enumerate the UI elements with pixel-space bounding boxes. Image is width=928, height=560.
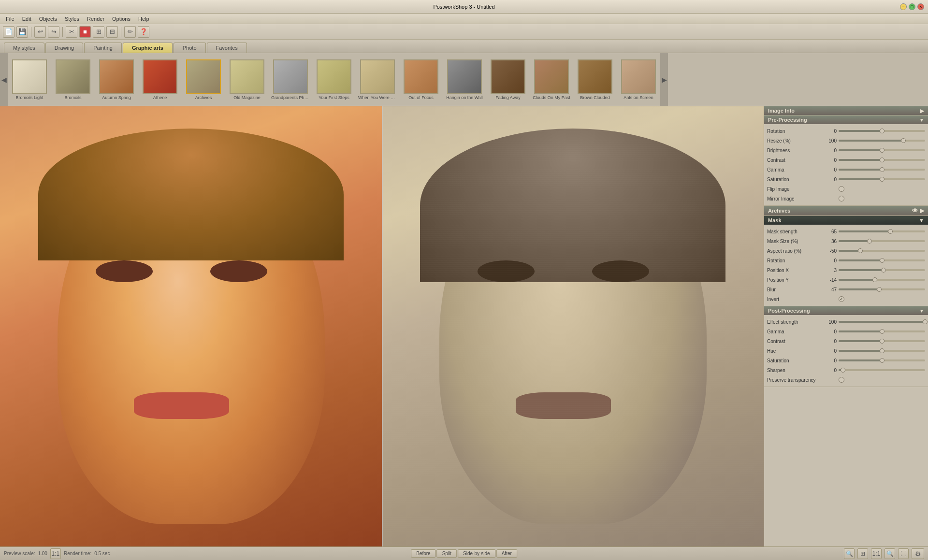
param-effect-strength-slider[interactable] <box>839 321 925 323</box>
param-resize-value: 100 <box>820 138 839 144</box>
style-old-magazine[interactable]: Old Magazine <box>225 57 269 102</box>
zoom-in-button[interactable]: 🔍 <box>884 548 895 559</box>
param-saturation-pre-slider[interactable] <box>839 178 925 180</box>
zoom-100-button[interactable]: 1:1 <box>871 548 882 559</box>
undo-button[interactable]: ↩ <box>34 26 46 38</box>
archives-section: Archives 👁 ▶ <box>764 206 928 216</box>
menu-help[interactable]: Help <box>134 15 153 23</box>
settings-button[interactable]: ⚙ <box>912 548 924 559</box>
help-button[interactable]: ❓ <box>138 26 149 38</box>
archives-expand-icon[interactable]: ▶ <box>920 207 924 214</box>
archives-header[interactable]: Archives 👁 ▶ <box>764 206 928 215</box>
image-info-header[interactable]: Image Info ▶ <box>764 106 928 115</box>
param-contrast-post-slider[interactable] <box>839 340 925 342</box>
param-position-x-slider[interactable] <box>839 269 925 271</box>
fit-button[interactable]: ⊞ <box>857 548 868 559</box>
style-athene[interactable]: Athene <box>138 57 182 102</box>
style-archives[interactable]: Archives <box>182 57 225 102</box>
tab-drawing[interactable]: Drawing <box>45 43 83 53</box>
ratio-1to1-button[interactable]: 1:1 <box>50 548 61 559</box>
split-line-handle[interactable] <box>382 106 383 546</box>
view-after-button[interactable]: After <box>496 549 517 558</box>
param-brightness-slider[interactable] <box>839 149 925 151</box>
style-autumn-spring[interactable]: Autumn Spring <box>95 57 138 102</box>
view-side-by-side-button[interactable]: Side-by-side <box>458 549 495 558</box>
param-gamma-post-label: Gamma <box>767 329 820 334</box>
tab-my-styles[interactable]: My styles <box>4 43 44 53</box>
fullscreen-button[interactable]: ⛶ <box>898 548 909 559</box>
cut-button[interactable]: ✂ <box>66 26 77 38</box>
menu-objects[interactable]: Objects <box>35 15 61 23</box>
tab-painting[interactable]: Painting <box>84 43 122 53</box>
strip-next-button[interactable]: ▶ <box>660 53 668 106</box>
param-invert-checkbox[interactable] <box>839 296 844 302</box>
style-clouds-on-my-past[interactable]: Clouds On My Past <box>530 57 573 102</box>
param-gamma-pre-slider[interactable] <box>839 169 925 171</box>
view-before-button[interactable]: Before <box>411 549 435 558</box>
param-mask-strength-slider[interactable] <box>839 230 925 232</box>
minimize-button[interactable]: − <box>900 3 907 10</box>
draw-button[interactable]: ✏ <box>124 26 136 38</box>
style-out-of-focus[interactable]: Out of Focus <box>399 57 443 102</box>
param-contrast-value: 0 <box>820 158 839 163</box>
param-mask-rotation-slider[interactable] <box>839 259 925 261</box>
view2-button[interactable]: ⊞ <box>93 26 104 38</box>
param-mirror-checkbox[interactable] <box>839 196 844 201</box>
new-button[interactable]: 📄 <box>3 26 14 38</box>
param-position-y-slider[interactable] <box>839 279 925 281</box>
param-resize: Resize (%) 100 <box>764 136 928 145</box>
param-aspect-ratio-slider[interactable] <box>839 250 925 252</box>
param-blur-slider[interactable] <box>839 288 925 290</box>
param-contrast: Contrast 0 <box>764 155 928 165</box>
style-brown-clouded[interactable]: Brown Clouded <box>573 57 617 102</box>
tab-favorites[interactable]: Favorites <box>207 43 247 53</box>
param-mask-size-slider[interactable] <box>839 240 925 242</box>
style-grandparents-photo[interactable]: Grandparents Photo <box>269 57 312 102</box>
menu-file[interactable]: File <box>2 15 18 23</box>
param-gamma-pre: Gamma 0 <box>764 165 928 174</box>
param-contrast-post-label: Contrast <box>767 339 820 344</box>
view-split-button[interactable]: Split <box>437 549 457 558</box>
view3-button[interactable]: ⊟ <box>106 26 118 38</box>
style-first-steps[interactable]: Your First Steps <box>312 57 356 102</box>
mask-header[interactable]: Mask ▼ <box>764 216 928 225</box>
style-ants-on-screen[interactable]: Ants on Screen <box>617 57 660 102</box>
param-flip-checkbox[interactable] <box>839 186 844 192</box>
param-contrast-slider[interactable] <box>839 159 925 161</box>
param-saturation-post-slider[interactable] <box>839 359 925 361</box>
param-preserve-checkbox[interactable] <box>839 377 844 383</box>
menu-options[interactable]: Options <box>108 15 134 23</box>
param-blur-label: Blur <box>767 287 820 292</box>
close-button[interactable]: × <box>917 3 924 10</box>
maximize-button[interactable]: □ <box>909 3 915 10</box>
menu-styles[interactable]: Styles <box>61 15 83 23</box>
canvas-split-view <box>0 106 764 546</box>
style-bromolls[interactable]: Bromoils <box>51 57 95 102</box>
param-rotation-slider[interactable] <box>839 130 925 132</box>
style-bromolls-light[interactable]: Bromoils Light <box>8 57 51 102</box>
menu-edit[interactable]: Edit <box>18 15 35 23</box>
archives-eye-icon[interactable]: 👁 <box>912 207 918 214</box>
preview-scale-label: Preview scale: <box>4 551 35 556</box>
tab-graphic-arts[interactable]: Graphic arts <box>123 43 173 53</box>
menu-render[interactable]: Render <box>83 15 108 23</box>
pre-processing-header[interactable]: Pre-Processing ▼ <box>764 115 928 124</box>
param-sharpen-slider[interactable] <box>839 369 925 371</box>
redo-button[interactable]: ↪ <box>48 26 59 38</box>
param-resize-slider[interactable] <box>839 140 925 142</box>
param-effect-strength-value: 100 <box>820 319 839 325</box>
style-hangin-wall[interactable]: Hangin on the Wall <box>443 57 486 102</box>
image-info-label: Image Info <box>768 108 795 114</box>
param-hue-slider[interactable] <box>839 350 925 352</box>
zoom-out-button[interactable]: 🔍 <box>844 548 855 559</box>
tab-photo[interactable]: Photo <box>174 43 206 53</box>
pre-processing-collapse-icon: ▼ <box>919 117 924 123</box>
post-processing-header[interactable]: Post-Processing ▼ <box>764 306 928 315</box>
view1-button[interactable]: ■ <box>79 26 91 38</box>
style-fading-away[interactable]: Fading Away <box>486 57 530 102</box>
save-button[interactable]: 💾 <box>16 26 28 38</box>
strip-prev-button[interactable]: ◀ <box>0 53 8 106</box>
style-when-young[interactable]: When You Were Young <box>356 57 399 102</box>
preview-scale-value: 1.00 <box>38 551 47 556</box>
param-gamma-post-slider[interactable] <box>839 330 925 332</box>
